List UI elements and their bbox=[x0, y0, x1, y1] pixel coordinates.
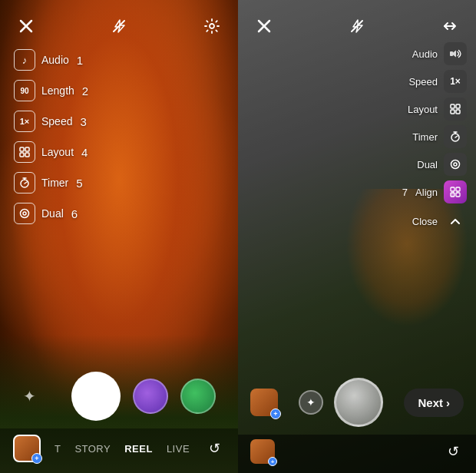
menu-audio[interactable]: ♪ Audio 1 bbox=[9, 46, 93, 74]
flash-off-icon[interactable] bbox=[107, 14, 131, 38]
right-topbar bbox=[238, 0, 476, 46]
right-avatar2[interactable]: + bbox=[250, 439, 275, 464]
svg-rect-28 bbox=[451, 187, 455, 191]
right-avatar-thumbnail[interactable]: + bbox=[250, 389, 278, 416]
svg-rect-4 bbox=[20, 147, 24, 151]
right-layout-icon bbox=[444, 98, 467, 121]
right-audio-label: Audio bbox=[412, 48, 438, 60]
dual-icon bbox=[14, 203, 35, 224]
svg-rect-7 bbox=[25, 153, 29, 157]
move-icon[interactable]: ✦ bbox=[299, 390, 323, 415]
avatar-thumbnail[interactable]: + bbox=[13, 435, 41, 462]
right-dual-label: Dual bbox=[417, 159, 438, 170]
timer-number: 5 bbox=[76, 177, 82, 190]
mode-bar: + T STORY REEL LIVE ↺ bbox=[0, 428, 238, 473]
right-flip-icon[interactable] bbox=[438, 14, 462, 38]
svg-line-24 bbox=[455, 136, 458, 137]
timer-label: Timer bbox=[41, 177, 68, 189]
svg-point-12 bbox=[21, 210, 29, 218]
next-label: Next bbox=[418, 396, 443, 409]
svg-rect-5 bbox=[25, 147, 29, 151]
menu-timer[interactable]: Timer 5 bbox=[9, 169, 93, 197]
left-camera-panel: ♪ Audio 1 90 Length 2 1× Speed 3 Layout bbox=[0, 0, 238, 473]
mode-story[interactable]: STORY bbox=[74, 443, 111, 455]
mode-reel[interactable]: REEL bbox=[124, 443, 153, 455]
right-menu-speed[interactable]: Speed 1× bbox=[402, 70, 467, 93]
length-icon: 90 bbox=[14, 80, 35, 101]
right-close-button[interactable] bbox=[252, 14, 276, 38]
flip-camera-icon[interactable]: ↺ bbox=[203, 438, 225, 459]
left-bottom-bar: ✦ + T STORY REEL LIVE ↺ bbox=[0, 364, 238, 473]
right-timer-icon bbox=[444, 125, 467, 148]
mode-text[interactable]: T bbox=[55, 443, 61, 455]
right-flash-off-icon[interactable] bbox=[345, 14, 369, 38]
next-chevron: › bbox=[446, 396, 450, 409]
right-menu-layout[interactable]: Layout bbox=[402, 98, 467, 121]
layout-icon bbox=[14, 141, 35, 163]
mode-live[interactable]: LIVE bbox=[167, 443, 190, 455]
svg-rect-21 bbox=[456, 110, 460, 114]
right-shutter-button[interactable] bbox=[334, 378, 383, 427]
effect-green-button[interactable] bbox=[180, 379, 216, 414]
right-bottom-bar: + ✦ Next › + ↺ bbox=[238, 370, 476, 473]
next-button[interactable]: Next › bbox=[404, 389, 464, 417]
svg-line-10 bbox=[25, 182, 27, 184]
svg-rect-30 bbox=[451, 193, 455, 197]
dual-number: 6 bbox=[71, 207, 78, 220]
menu-length[interactable]: 90 Length 2 bbox=[9, 77, 93, 104]
layout-number: 4 bbox=[81, 146, 88, 159]
avatar-plus-icon: + bbox=[31, 453, 42, 464]
right-menu-audio[interactable]: Audio bbox=[402, 42, 467, 65]
right-controls-row: + ✦ Next › bbox=[238, 370, 476, 435]
speed-number: 3 bbox=[80, 115, 86, 128]
svg-rect-6 bbox=[20, 153, 24, 157]
right-menu-close[interactable]: Close bbox=[402, 210, 467, 233]
right-camera-panel: Audio Speed 1× Layout bbox=[238, 0, 476, 473]
svg-point-27 bbox=[454, 163, 457, 166]
settings-icon[interactable] bbox=[200, 14, 224, 38]
svg-rect-19 bbox=[456, 104, 460, 108]
audio-label: Audio bbox=[41, 54, 69, 66]
audio-number: 1 bbox=[77, 54, 83, 67]
svg-rect-18 bbox=[451, 104, 455, 108]
effect-purple-button[interactable] bbox=[133, 379, 168, 414]
right-layout-label: Layout bbox=[408, 104, 438, 115]
menu-layout[interactable]: Layout 4 bbox=[9, 138, 93, 166]
right-menu: Audio Speed 1× Layout bbox=[402, 42, 467, 233]
menu-speed[interactable]: 1× Speed 3 bbox=[9, 108, 93, 135]
layout-label: Layout bbox=[41, 146, 74, 158]
left-topbar bbox=[0, 0, 238, 46]
sparkle-icon[interactable]: ✦ bbox=[23, 387, 36, 405]
right-menu-dual[interactable]: Dual bbox=[402, 153, 467, 176]
right-speed-value: 1× bbox=[444, 70, 467, 93]
svg-rect-20 bbox=[451, 110, 455, 114]
right-audio-icon bbox=[444, 42, 467, 65]
timer-icon bbox=[14, 172, 35, 194]
right-avatar-plus-icon: + bbox=[270, 408, 281, 419]
left-menu: ♪ Audio 1 90 Length 2 1× Speed 3 Layout bbox=[9, 46, 93, 227]
menu-dual[interactable]: Dual 6 bbox=[9, 200, 93, 227]
right-speed-label: Speed bbox=[408, 76, 438, 88]
svg-rect-31 bbox=[456, 193, 460, 197]
left-controls-row: ✦ bbox=[0, 364, 238, 428]
svg-rect-29 bbox=[456, 187, 460, 191]
dual-label: Dual bbox=[41, 207, 64, 220]
right-close-label: Close bbox=[412, 216, 438, 227]
shutter-button[interactable] bbox=[71, 372, 121, 421]
right-flip-camera-icon[interactable]: ↺ bbox=[442, 441, 464, 462]
speed-label: Speed bbox=[41, 115, 72, 127]
chevron-up-icon bbox=[444, 210, 467, 233]
right-menu-align[interactable]: 7 Align bbox=[402, 180, 467, 203]
close-button[interactable] bbox=[14, 14, 38, 38]
svg-point-13 bbox=[23, 212, 26, 215]
svg-point-3 bbox=[210, 24, 214, 28]
right-dual-icon bbox=[444, 153, 467, 176]
right-menu-timer[interactable]: Timer bbox=[402, 125, 467, 148]
audio-icon: ♪ bbox=[14, 49, 35, 71]
right-avatar2-plus: + bbox=[268, 457, 277, 466]
svg-rect-17 bbox=[450, 51, 453, 56]
right-align-icon bbox=[444, 180, 467, 203]
right-timer-label: Timer bbox=[412, 131, 438, 143]
length-number: 2 bbox=[82, 84, 88, 98]
right-mode-bar: + ↺ bbox=[238, 435, 476, 473]
